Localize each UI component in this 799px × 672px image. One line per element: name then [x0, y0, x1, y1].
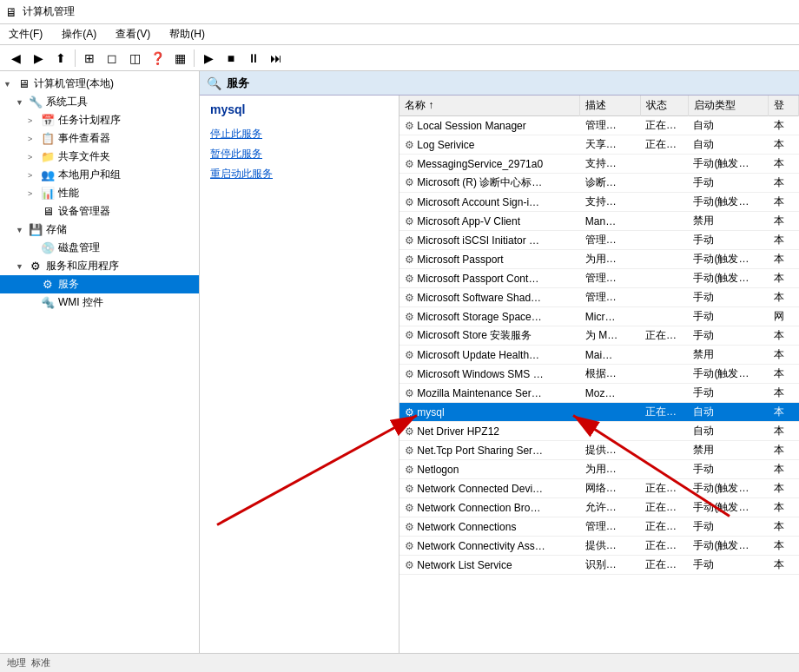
tree-item-服务和应用程序[interactable]: ▼⚙服务和应用程序 [0, 257, 199, 275]
table-row[interactable]: ⚙ Microsoft Store 安装服务为 M…正在…手动本 [400, 326, 799, 346]
table-row[interactable]: ⚙ Microsoft Windows SMS …根据…手动(触发…本 [400, 365, 799, 384]
tree-toggle[interactable]: > [28, 116, 40, 125]
service-startup-cell: 手动 [688, 556, 768, 575]
menu-item-file[interactable]: 文件(F) [5, 26, 46, 43]
toolbar-btn-back[interactable]: ◀ [5, 48, 26, 69]
table-row[interactable]: ⚙ Microsoft Storage Space…Micr…手动网 [400, 307, 799, 326]
service-desc-cell: 为用… [580, 250, 640, 269]
tree-item-WMI控件[interactable]: 🔩WMI 控件 [0, 293, 199, 312]
tree-label: 系统工具 [46, 95, 88, 109]
toolbar-btn-forward[interactable]: ▶ [28, 48, 49, 69]
menu-item-view[interactable]: 查看(V) [112, 26, 154, 43]
table-row[interactable]: ⚙ Microsoft Passport为用…手动(触发…本 [400, 250, 799, 269]
toolbar-btn-window[interactable]: ◫ [124, 48, 145, 69]
service-name-cell: ⚙ Log Serivice [400, 135, 580, 155]
toolbar-btn-show-hide[interactable]: ⊞ [79, 48, 100, 69]
table-row[interactable]: ⚙ Network Connections管理…正在…手动本 [400, 517, 799, 537]
tree-toggle[interactable]: ▼ [16, 98, 28, 107]
toolbar-btn-properties[interactable]: ▦ [169, 48, 190, 69]
service-status-cell: 正在… [640, 479, 688, 498]
toolbar-btn-resume[interactable]: ⏭ [266, 48, 287, 69]
service-gear-icon: ⚙ [405, 387, 414, 399]
restart-service-link[interactable]: 重启动此服务 [210, 167, 388, 181]
table-row[interactable]: ⚙ Network Connection Bro…允许…正在…手动(触发…本 [400, 498, 799, 517]
service-login-cell: 本 [769, 155, 799, 174]
toolbar-btn-console[interactable]: ◻ [102, 48, 122, 69]
table-row[interactable]: ⚙ Microsoft Update Health…Mai…禁用本 [400, 346, 799, 365]
table-row[interactable]: ⚙ Log Serivice天享…正在…自动本 [400, 135, 799, 155]
table-row[interactable]: ⚙ Network Connected Devi…网络…正在…手动(触发…本 [400, 479, 799, 498]
col-status[interactable]: 状态 [640, 96, 688, 116]
table-row[interactable]: ⚙ Local Session Manager管理…正在…自动本 [400, 116, 799, 135]
service-desc-cell: 天享… [580, 135, 640, 155]
tree-item-磁盘管理[interactable]: 💿磁盘管理 [0, 239, 199, 257]
table-row[interactable]: ⚙ Network List Service识别…正在…手动本 [400, 556, 799, 575]
table-row[interactable]: ⚙ Microsoft Account Sign-i…支持…手动(触发…本 [400, 193, 799, 212]
service-desc-cell: Man… [580, 212, 640, 231]
menu-item-action[interactable]: 操作(A) [58, 26, 100, 43]
tree-item-计算机管理本地[interactable]: ▼🖥计算机管理(本地) [0, 75, 199, 93]
service-login-cell: 本 [769, 326, 799, 346]
table-row[interactable]: ⚙ Mozilla Maintenance Ser…Moz…手动本 [400, 384, 799, 403]
status-standard[interactable]: 标准 [31, 656, 50, 669]
toolbar-btn-start[interactable]: ▶ [198, 48, 219, 69]
service-login-cell: 本 [769, 212, 799, 231]
table-row[interactable]: ⚙ Microsoft iSCSI Initiator …管理…手动本 [400, 231, 799, 250]
tree-item-共享文件夹[interactable]: >📁共享文件夹 [0, 148, 199, 166]
tree-toggle[interactable]: ▼ [16, 262, 28, 271]
table-row[interactable]: ⚙ MessagingService_2971a0支持…手动(触发…本 [400, 155, 799, 174]
service-desc-cell: 允许… [580, 498, 640, 517]
tree-label: 服务 [58, 277, 79, 292]
table-row[interactable]: ⚙ Microsoft Passport Cont…管理…手动(触发…本 [400, 269, 799, 288]
toolbar-btn-up[interactable]: ⬆ [50, 48, 71, 69]
tree-item-性能[interactable]: >📊性能 [0, 184, 199, 202]
tree-icon: 💾 [28, 223, 43, 237]
tree-toggle[interactable]: > [28, 135, 40, 143]
tree-toggle[interactable]: > [28, 153, 40, 161]
table-row[interactable]: ⚙ Net Driver HPZ12自动本 [400, 422, 799, 441]
service-table-area[interactable]: 名称 ↑ 描述 状态 启动类型 登 ⚙ Local Session Manage… [400, 96, 799, 653]
tree-item-任务计划程序[interactable]: >📅任务计划程序 [0, 111, 199, 129]
menu-item-help[interactable]: 帮助(H) [166, 26, 208, 43]
tree-item-服务[interactable]: ⚙服务 [0, 275, 199, 293]
col-login[interactable]: 登 [769, 96, 799, 116]
tree-toggle[interactable]: ▼ [3, 80, 16, 89]
status-geo[interactable]: 地理 [7, 656, 26, 669]
tree-item-系统工具[interactable]: ▼🔧系统工具 [0, 93, 199, 111]
tree-item-存储[interactable]: ▼💾存储 [0, 221, 199, 239]
toolbar-btn-help[interactable]: ❓ [147, 48, 168, 69]
service-startup-cell: 手动(触发… [688, 269, 768, 288]
table-row[interactable]: ⚙ mysql正在…自动本 [400, 403, 799, 422]
tree-item-事件查看器[interactable]: >📋事件查看器 [0, 129, 199, 148]
service-startup-cell: 手动 [688, 384, 768, 403]
service-desc-cell: 支持… [580, 193, 640, 212]
service-name-cell: ⚙ Network List Service [400, 556, 580, 575]
stop-service-link[interactable]: 停止此服务 [210, 127, 388, 142]
table-row[interactable]: ⚙ Netlogon为用…手动本 [400, 460, 799, 479]
tree-item-设备管理器[interactable]: 🖥设备管理器 [0, 202, 199, 221]
tree-toggle[interactable]: ▼ [16, 226, 28, 234]
table-row[interactable]: ⚙ Microsoft (R) 诊断中心标…诊断…手动本 [400, 174, 799, 193]
table-row[interactable]: ⚙ Network Connectivity Ass…提供…正在…手动(触发…本 [400, 537, 799, 556]
col-startup[interactable]: 启动类型 [688, 96, 768, 116]
main-layout: ▼🖥计算机管理(本地)▼🔧系统工具>📅任务计划程序>📋事件查看器>📁共享文件夹>… [0, 71, 799, 653]
service-name-cell: ⚙ Local Session Manager [400, 116, 580, 135]
tree-toggle[interactable]: > [28, 171, 40, 180]
content-area: mysql 停止此服务 暂停此服务 重启动此服务 名称 ↑ 描述 状态 启动类型… [200, 96, 799, 653]
service-gear-icon: ⚙ [405, 559, 414, 571]
status-bar: 地理 标准 [0, 653, 799, 672]
pause-service-link[interactable]: 暂停此服务 [210, 147, 388, 161]
tree-icon: 🖥 [16, 77, 31, 91]
toolbar-btn-pause[interactable]: ⏸ [243, 48, 264, 69]
service-startup-cell: 自动 [688, 403, 768, 422]
tree-item-本地用户和组[interactable]: >👥本地用户和组 [0, 166, 199, 184]
col-name[interactable]: 名称 ↑ [400, 96, 580, 116]
col-desc[interactable]: 描述 [580, 96, 640, 116]
toolbar-btn-stop[interactable]: ■ [221, 48, 241, 69]
table-row[interactable]: ⚙ Net.Tcp Port Sharing Ser…提供…禁用本 [400, 441, 799, 460]
table-row[interactable]: ⚙ Microsoft App-V ClientMan…禁用本 [400, 212, 799, 231]
service-gear-icon: ⚙ [405, 368, 414, 380]
tree-toggle[interactable]: > [28, 189, 40, 198]
menu-bar: 文件(F)操作(A)查看(V)帮助(H) [0, 24, 799, 45]
table-row[interactable]: ⚙ Microsoft Software Shad…管理…手动本 [400, 288, 799, 307]
